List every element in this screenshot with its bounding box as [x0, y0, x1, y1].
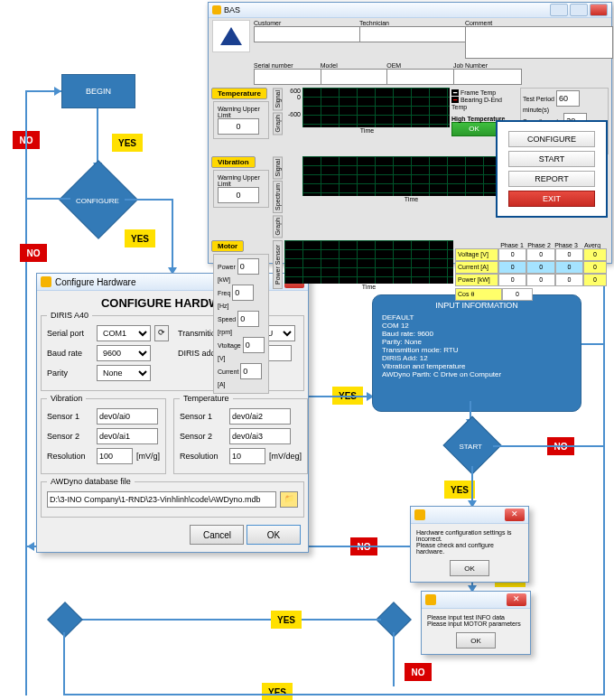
arrow [493, 445, 603, 447]
comment-input[interactable] [465, 26, 613, 59]
db-path-input[interactable] [47, 491, 276, 508]
app-title: BAS [224, 5, 240, 14]
hdr-serial: Serial number [254, 62, 317, 69]
app-titlebar[interactable]: BAS [209, 3, 611, 18]
tmp-res-input[interactable] [229, 448, 265, 464]
axis-time: Time [284, 284, 453, 290]
customer-input[interactable] [254, 26, 361, 42]
minimize-icon[interactable] [550, 4, 568, 16]
close-icon[interactable]: ✕ [505, 509, 525, 521]
baud-select[interactable]: 9600 [97, 345, 151, 361]
window-title: Configure Hardware [55, 277, 136, 287]
chart-temperature [302, 88, 450, 127]
cos-row: Cos θ 0 [455, 288, 607, 301]
arrow [63, 694, 605, 695]
maximize-icon[interactable] [570, 4, 588, 16]
arrowhead [27, 542, 34, 551]
tab-power-sensor[interactable]: Power Sensor [273, 240, 283, 289]
tab-signal[interactable]: Signal [273, 156, 283, 179]
model-input[interactable] [321, 69, 389, 85]
group-temperature: Temperature Sensor 1 Sensor 2 Resolution… [173, 398, 308, 474]
technician-input[interactable] [359, 26, 467, 42]
parity-select[interactable]: None [97, 365, 151, 381]
warn-upper-label: Warning Upper Limit [218, 174, 265, 187]
msgbox-hw-incorrect: ✕ Hardware configuration settings is inc… [410, 506, 529, 583]
ok-button[interactable]: OK [450, 560, 489, 576]
tab-graph[interactable]: Graph [273, 112, 283, 135]
vib-s1-input[interactable] [97, 408, 158, 425]
titlebar[interactable]: ✕ [411, 507, 528, 524]
vib-res-unit: [mV/g] [136, 452, 160, 461]
start-button[interactable]: START [508, 151, 595, 167]
svg-marker-0 [220, 27, 242, 45]
app-icon [425, 594, 436, 605]
tag-yes: YES [112, 134, 143, 152]
exit-button[interactable]: EXIT [508, 191, 595, 207]
warn-upper-label: Warning Upper Limit [218, 106, 265, 118]
serial-port-label: Serial port [47, 329, 97, 338]
job-input[interactable] [453, 69, 522, 85]
node-start-label: START [451, 443, 490, 451]
ok-button[interactable]: OK [247, 525, 301, 545]
close-icon[interactable] [590, 4, 608, 16]
tmp-s2-input[interactable] [229, 428, 291, 444]
hdr-job: Job Number [453, 62, 516, 69]
refresh-icon[interactable]: ⟳ [154, 325, 169, 341]
vib-res-input[interactable] [97, 448, 133, 464]
group-vib-legend: Vibration [47, 394, 86, 403]
legend-bde-temp: Bearing D-End Temp [451, 97, 502, 110]
msg-line: Please input MOTOR parameters [427, 621, 525, 627]
motor-volt-input[interactable] [243, 337, 265, 353]
group-db: AWDyno database file 📁 [41, 481, 304, 518]
warn-upper-input[interactable] [218, 118, 259, 135]
folder-icon[interactable]: 📁 [280, 491, 298, 508]
arrow [25, 90, 27, 695]
configure-button[interactable]: CONFIGURE [508, 131, 595, 147]
titlebar[interactable]: ✕ [422, 592, 530, 609]
arrow [97, 108, 98, 164]
hdr-model: Model [321, 62, 384, 69]
app-header: Customer Technician Comment Serial numbe… [209, 18, 611, 87]
arrowhead [54, 87, 61, 96]
tag-no: NO [20, 244, 47, 262]
hdr-tech: Technician [359, 20, 461, 26]
cancel-button[interactable]: Cancel [190, 525, 244, 545]
warn-upper-input[interactable] [218, 187, 259, 203]
report-button[interactable]: REPORT [508, 171, 595, 187]
test-period-input[interactable] [556, 90, 580, 107]
close-icon[interactable]: ✕ [507, 593, 526, 606]
table-row: Power [kW] 0000 [455, 274, 607, 286]
motor-freq-input[interactable] [232, 285, 254, 301]
tmp-s1-input[interactable] [229, 408, 291, 425]
logo-icon [219, 25, 244, 47]
serial-port-select[interactable]: COM1 [97, 325, 151, 341]
arrow [393, 632, 395, 686]
motor-curr-input[interactable] [240, 363, 262, 379]
arrow [27, 198, 70, 200]
logo [212, 20, 250, 52]
vib-res-label: Resolution [47, 452, 97, 461]
chart-motor [284, 240, 453, 284]
tab-spectrum[interactable]: Spectrum [273, 181, 283, 213]
vib-s2-input[interactable] [97, 428, 158, 444]
tab-graph[interactable]: Graph [273, 215, 283, 238]
motor-speed-input[interactable] [237, 311, 259, 327]
tmp-s1-label: Sensor 1 [180, 412, 229, 421]
app-icon [41, 276, 51, 287]
msg-line: Hardware configuration settings is incor… [416, 529, 523, 542]
baud-label: Baud rate [47, 349, 97, 358]
tab-signal[interactable]: Signal [273, 88, 283, 110]
oem-input[interactable] [386, 69, 455, 85]
tag-yes: YES [262, 683, 293, 700]
tag-yes: YES [271, 611, 302, 629]
tag-no: NO [405, 663, 432, 681]
group-vibration: Vibration Sensor 1 Sensor 2 Resolution[m… [41, 398, 166, 474]
diagram-canvas: BEGIN YES NO CONFIGURE YES NO YES INPUT … [0, 0, 614, 700]
ok-button[interactable]: OK [456, 632, 496, 649]
vib-s1-label: Sensor 1 [47, 412, 97, 421]
hdr-comment: Comment [465, 20, 608, 26]
temp-y-axis: 600 0 -600 [284, 88, 301, 127]
arrow [172, 199, 173, 271]
motor-power-input[interactable] [237, 258, 259, 275]
serial-input[interactable] [254, 69, 322, 85]
